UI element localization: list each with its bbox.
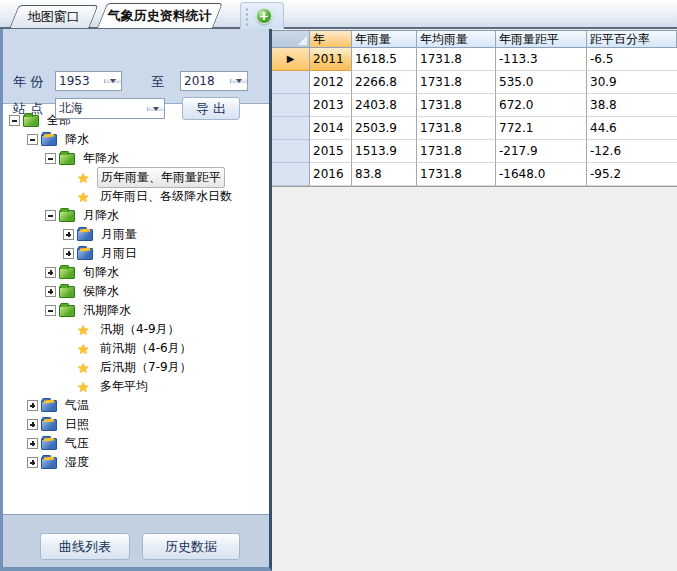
year-cell[interactable]: 2015 bbox=[310, 140, 352, 163]
value-cell[interactable]: 1731.8 bbox=[417, 140, 496, 163]
value-cell[interactable]: 672.0 bbox=[496, 94, 587, 117]
curve-list-button[interactable]: 曲线列表 bbox=[40, 533, 130, 560]
value-cell[interactable]: 1731.8 bbox=[417, 163, 496, 186]
expand-plus-icon[interactable] bbox=[27, 400, 38, 411]
row-selector[interactable] bbox=[272, 163, 310, 186]
value-cell[interactable]: 83.8 bbox=[352, 163, 417, 186]
row-selector[interactable] bbox=[272, 140, 310, 163]
value-cell[interactable]: 2503.9 bbox=[352, 117, 417, 140]
year-cell[interactable]: 2013 bbox=[310, 94, 352, 117]
tree-item-label[interactable]: 多年平均 bbox=[97, 377, 151, 396]
tree-item-label[interactable]: 日照 bbox=[62, 415, 92, 434]
value-cell[interactable]: -95.2 bbox=[587, 163, 677, 186]
value-cell[interactable]: -217.9 bbox=[496, 140, 587, 163]
tree-item-label[interactable]: 降水 bbox=[62, 130, 92, 149]
value-cell[interactable]: 1731.8 bbox=[417, 48, 496, 71]
column-header[interactable]: 年雨量距平 bbox=[496, 31, 587, 48]
year-cell[interactable]: 2014 bbox=[310, 117, 352, 140]
value-cell[interactable]: -113.3 bbox=[496, 48, 587, 71]
tree-item[interactable]: 湿度 bbox=[3, 453, 269, 472]
expand-plus-icon[interactable] bbox=[63, 229, 74, 240]
tree-item-label[interactable]: 汛期（4-9月） bbox=[97, 320, 183, 339]
year-cell[interactable]: 2016 bbox=[310, 163, 352, 186]
year-cell[interactable]: 2011 bbox=[310, 48, 352, 71]
tree-item[interactable]: 侯降水 bbox=[3, 282, 269, 301]
collapse-minus-icon[interactable] bbox=[45, 153, 56, 164]
expand-plus-icon[interactable] bbox=[27, 457, 38, 468]
tree-item[interactable]: 年降水 bbox=[3, 149, 269, 168]
dropdown-arrow-icon[interactable] bbox=[104, 79, 121, 83]
collapse-minus-icon[interactable] bbox=[9, 115, 20, 126]
tree-item-label[interactable]: 年降水 bbox=[80, 149, 122, 168]
tree-item-label[interactable]: 月雨日 bbox=[98, 244, 140, 263]
row-selector[interactable] bbox=[272, 71, 310, 94]
tree-item[interactable]: ★多年平均 bbox=[3, 377, 269, 396]
value-cell[interactable]: -1648.0 bbox=[496, 163, 587, 186]
add-tab-button[interactable] bbox=[256, 8, 272, 24]
value-cell[interactable]: 30.9 bbox=[587, 71, 677, 94]
tree-item-label[interactable]: 气压 bbox=[62, 434, 92, 453]
value-cell[interactable]: -12.6 bbox=[587, 140, 677, 163]
tree-item[interactable]: 气温 bbox=[3, 396, 269, 415]
column-header[interactable]: 年 bbox=[310, 31, 352, 48]
select-all-corner-cell[interactable] bbox=[272, 31, 310, 48]
value-cell[interactable]: 38.8 bbox=[587, 94, 677, 117]
tree-item-label[interactable]: 月降水 bbox=[80, 206, 122, 225]
value-cell[interactable]: 44.6 bbox=[587, 117, 677, 140]
tree-item-label[interactable]: 侯降水 bbox=[80, 282, 122, 301]
tree-item[interactable]: 旬降水 bbox=[3, 263, 269, 282]
tree-item[interactable]: ★后汛期（7-9月） bbox=[3, 358, 269, 377]
tree-item-label[interactable]: 历年雨量、年雨量距平 bbox=[97, 167, 225, 188]
tree-item[interactable]: 日照 bbox=[3, 415, 269, 434]
tree-item[interactable]: 降水 bbox=[3, 130, 269, 149]
collapse-minus-icon[interactable] bbox=[45, 210, 56, 221]
tab-weather-history-stats[interactable]: 气象历史资料统计 bbox=[97, 3, 223, 28]
row-selector[interactable] bbox=[272, 94, 310, 117]
tree-item-label[interactable]: 气温 bbox=[62, 396, 92, 415]
tree-item-label[interactable]: 旬降水 bbox=[80, 263, 122, 282]
tree-item-label[interactable]: 汛期降水 bbox=[80, 301, 134, 320]
tree-item[interactable]: 汛期降水 bbox=[3, 301, 269, 320]
drag-handle-icon[interactable] bbox=[245, 7, 249, 26]
collapse-minus-icon[interactable] bbox=[45, 305, 56, 316]
column-header[interactable]: 距平百分率 bbox=[587, 31, 677, 48]
tree-item-label[interactable]: 前汛期（4-6月） bbox=[97, 339, 195, 358]
tree-item[interactable]: ★历年雨日、各级降水日数 bbox=[3, 187, 269, 206]
value-cell[interactable]: 535.0 bbox=[496, 71, 587, 94]
tree-item-label[interactable]: 后汛期（7-9月） bbox=[97, 358, 195, 377]
dropdown-arrow-icon[interactable] bbox=[147, 107, 164, 111]
expand-plus-icon[interactable] bbox=[45, 286, 56, 297]
tab-map-window[interactable]: 地图窗口 bbox=[9, 5, 98, 28]
row-selector[interactable] bbox=[272, 117, 310, 140]
station-combo[interactable]: 北海 bbox=[55, 98, 165, 119]
tree-item[interactable]: ★前汛期（4-6月） bbox=[3, 339, 269, 358]
value-cell[interactable]: 2266.8 bbox=[352, 71, 417, 94]
value-cell[interactable]: 1731.8 bbox=[417, 117, 496, 140]
expand-plus-icon[interactable] bbox=[27, 438, 38, 449]
tree-item[interactable]: 气压 bbox=[3, 434, 269, 453]
value-cell[interactable]: 772.1 bbox=[496, 117, 587, 140]
year-to-combo[interactable]: 2018 bbox=[180, 71, 248, 91]
tree-item-label[interactable]: 湿度 bbox=[62, 453, 92, 472]
tree-item[interactable]: 月雨量 bbox=[3, 225, 269, 244]
year-cell[interactable]: 2012 bbox=[310, 71, 352, 94]
year-from-combo[interactable]: 1953 bbox=[55, 71, 122, 91]
value-cell[interactable]: 1731.8 bbox=[417, 71, 496, 94]
tree-item[interactable]: ★汛期（4-9月） bbox=[3, 320, 269, 339]
collapse-minus-icon[interactable] bbox=[27, 134, 38, 145]
expand-plus-icon[interactable] bbox=[27, 419, 38, 430]
column-header[interactable]: 年雨量 bbox=[352, 31, 417, 48]
export-button[interactable]: 导 出 bbox=[182, 97, 240, 120]
expand-plus-icon[interactable] bbox=[63, 248, 74, 259]
value-cell[interactable]: 1513.9 bbox=[352, 140, 417, 163]
row-selector[interactable]: ▶ bbox=[272, 48, 310, 71]
value-cell[interactable]: 1618.5 bbox=[352, 48, 417, 71]
tree-item-label[interactable]: 月雨量 bbox=[98, 225, 140, 244]
history-data-button[interactable]: 历史数据 bbox=[142, 533, 240, 560]
tree-item[interactable]: 月降水 bbox=[3, 206, 269, 225]
value-cell[interactable]: 1731.8 bbox=[417, 94, 496, 117]
dropdown-arrow-icon[interactable] bbox=[230, 79, 247, 83]
tree-item[interactable]: 月雨日 bbox=[3, 244, 269, 263]
tree-item-label[interactable]: 历年雨日、各级降水日数 bbox=[97, 187, 235, 206]
value-cell[interactable]: -6.5 bbox=[587, 48, 677, 71]
